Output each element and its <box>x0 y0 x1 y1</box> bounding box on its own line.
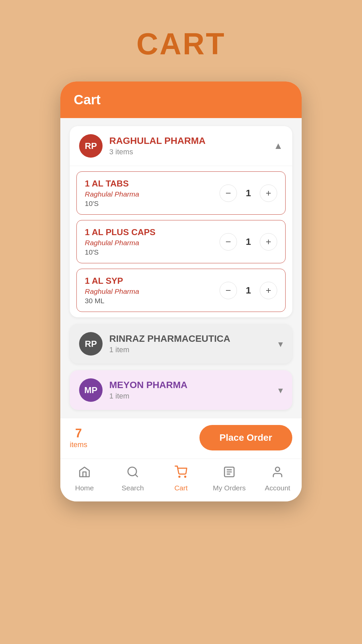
pharmacy-card-meyon: MP MEYON PHARMA 1 item ▾ <box>70 370 292 410</box>
product-sub-al-tabs: Raghulal Pharma <box>85 190 220 198</box>
nav-label-my-orders: My Orders <box>213 484 246 492</box>
product-name-al-tabs: 1 AL TABS <box>85 178 220 189</box>
nav-label-home: Home <box>75 484 94 492</box>
product-item-al-plus-caps: 1 AL PLUS CAPS Raghulal Pharma 10'S − 1 … <box>76 220 286 263</box>
cart-header: Cart <box>60 82 302 118</box>
svg-line-1 <box>135 474 137 477</box>
pharmacy-header-raghulal[interactable]: RP RAGHULAL PHARMA 3 items ▲ <box>70 126 292 166</box>
pharmacy-avatar-rinraz: RP <box>79 332 103 356</box>
nav-item-cart[interactable]: Cart <box>163 466 199 492</box>
pharmacy-avatar-raghulal: RP <box>79 134 103 158</box>
product-list-raghulal: 1 AL TABS Raghulal Pharma 10'S − 1 + 1 A… <box>70 166 292 317</box>
qty-controls-al-tabs: − 1 + <box>220 184 277 202</box>
pharmacy-card-rinraz: RP RINRAZ PHARMACEUTICA 1 item ▾ <box>70 324 292 364</box>
nav-item-account[interactable]: Account <box>259 466 296 492</box>
pharmacy-name-rinraz: RINRAZ PHARMACEUTICA <box>109 333 272 344</box>
qty-value-al-plus-caps: 1 <box>243 236 254 247</box>
product-sub-al-syp: Raghulal Pharma <box>85 287 220 296</box>
qty-decrease-al-syp[interactable]: − <box>220 282 237 299</box>
pharmacy-info-rinraz: RINRAZ PHARMACEUTICA 1 item <box>109 333 272 354</box>
home-icon <box>78 466 91 481</box>
pharmacy-card-raghulal: RP RAGHULAL PHARMA 3 items ▲ 1 AL TABS R… <box>70 126 292 317</box>
qty-controls-al-plus-caps: − 1 + <box>220 233 277 251</box>
pharmacy-items-meyon: 1 item <box>109 392 272 400</box>
cart-content: RP RAGHULAL PHARMA 3 items ▲ 1 AL TABS R… <box>60 118 302 418</box>
qty-increase-al-plus-caps[interactable]: + <box>260 233 277 251</box>
cart-header-title: Cart <box>74 92 101 107</box>
svg-point-8 <box>276 467 280 472</box>
nav-item-home[interactable]: Home <box>66 466 103 492</box>
product-qty-label-al-tabs: 10'S <box>85 200 220 208</box>
product-qty-label-al-syp: 30 ML <box>85 297 220 305</box>
qty-decrease-al-tabs[interactable]: − <box>220 184 237 202</box>
qty-increase-al-tabs[interactable]: + <box>260 184 277 202</box>
product-info-al-tabs: 1 AL TABS Raghulal Pharma 10'S <box>85 178 220 208</box>
pharmacy-name-raghulal: RAGHULAL PHARMA <box>109 136 267 146</box>
product-item-al-syp: 1 AL SYP Raghulal Pharma 30 ML − 1 + <box>76 269 286 312</box>
cart-icon <box>175 466 187 481</box>
qty-value-al-tabs: 1 <box>243 188 254 199</box>
qty-controls-al-syp: − 1 + <box>220 282 277 299</box>
product-info-al-syp: 1 AL SYP Raghulal Pharma 30 ML <box>85 276 220 305</box>
pharmacy-avatar-meyon: MP <box>79 378 103 402</box>
nav-label-cart: Cart <box>174 484 188 492</box>
pharmacy-info-meyon: MEYON PHARMA 1 item <box>109 380 272 400</box>
bottom-nav: Home Search Cart <box>60 459 302 501</box>
nav-label-search: Search <box>122 484 144 492</box>
pharmacy-name-meyon: MEYON PHARMA <box>109 380 272 390</box>
page-title: CART <box>136 27 226 61</box>
search-icon <box>126 466 139 481</box>
pharmacy-header-meyon[interactable]: MP MEYON PHARMA 1 item ▾ <box>70 370 292 410</box>
svg-point-3 <box>185 476 186 477</box>
total-items-count: 7 <box>75 426 82 440</box>
pharmacy-info-raghulal: RAGHULAL PHARMA 3 items <box>109 136 267 156</box>
chevron-rinraz: ▾ <box>278 338 283 350</box>
pharmacy-items-rinraz: 1 item <box>109 345 272 354</box>
chevron-raghulal: ▲ <box>274 141 283 151</box>
product-info-al-plus-caps: 1 AL PLUS CAPS Raghulal Pharma 10'S <box>85 227 220 256</box>
pharmacy-header-rinraz[interactable]: RP RINRAZ PHARMACEUTICA 1 item ▾ <box>70 324 292 364</box>
nav-item-search[interactable]: Search <box>114 466 151 492</box>
pharmacy-items-raghulal: 3 items <box>109 148 267 156</box>
product-qty-label-al-plus-caps: 10'S <box>85 248 220 256</box>
place-order-button[interactable]: Place Order <box>199 425 292 450</box>
qty-decrease-al-plus-caps[interactable]: − <box>220 233 237 251</box>
product-sub-al-plus-caps: Raghulal Pharma <box>85 239 220 247</box>
bottom-bar: 7 items Place Order <box>60 418 302 459</box>
product-item-al-tabs: 1 AL TABS Raghulal Pharma 10'S − 1 + <box>76 171 286 215</box>
items-label: items <box>70 440 87 449</box>
account-icon <box>271 466 284 481</box>
svg-point-2 <box>179 476 180 477</box>
nav-item-my-orders[interactable]: My Orders <box>211 466 248 492</box>
chevron-meyon: ▾ <box>278 385 283 396</box>
my-orders-icon <box>223 466 236 481</box>
product-name-al-plus-caps: 1 AL PLUS CAPS <box>85 227 220 237</box>
qty-value-al-syp: 1 <box>243 285 254 296</box>
nav-label-account: Account <box>265 484 290 492</box>
product-name-al-syp: 1 AL SYP <box>85 276 220 286</box>
qty-increase-al-syp[interactable]: + <box>260 282 277 299</box>
items-summary: 7 items <box>70 426 87 449</box>
phone-frame: Cart RP RAGHULAL PHARMA 3 items ▲ 1 AL T… <box>60 82 302 501</box>
